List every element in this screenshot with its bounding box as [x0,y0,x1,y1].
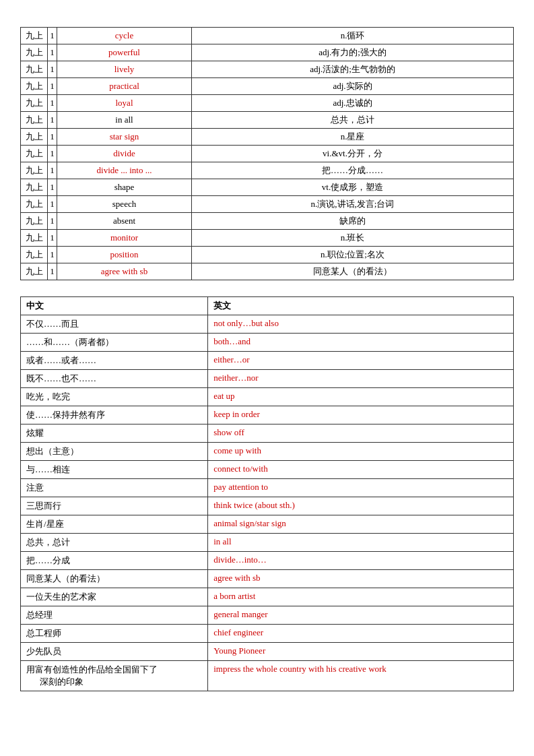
phrase-english: Young Pioneer [208,643,514,661]
english-cell: star sign [57,129,192,146]
grade-cell: 九上 [21,78,48,95]
phrase-chinese: 既不……也不…… [21,370,208,388]
phrase-chinese: 总共，总计 [21,534,208,552]
chinese-cell: 总共，总计 [192,112,514,129]
grade-cell: 九上 [21,112,48,129]
grade-cell: 九上 [21,196,48,213]
grade-cell: 九上 [21,146,48,162]
unit-cell: 1 [48,28,57,44]
grade-cell: 九上 [21,95,48,112]
unit-cell: 1 [48,78,57,95]
chinese-cell: vt.使成形，塑造 [192,179,514,196]
chinese-cell: n.演说,讲话,发言;台词 [192,196,514,213]
phrase-english: come up with [208,443,514,461]
english-cell: loyal [57,95,192,112]
english-cell: lively [57,61,192,78]
phrase-chinese: 与……相连 [21,461,208,479]
header-chinese: 中文 [21,297,208,315]
header-english: 英文 [208,297,514,315]
phrase-chinese: 同意某人（的看法） [21,570,208,588]
phrase-english: not only…but also [208,315,514,334]
grade-cell: 九上 [21,61,48,78]
phrase-chinese: 或者……或者…… [21,352,208,370]
chinese-cell: n.星座 [192,129,514,146]
unit-cell: 1 [48,179,57,196]
english-cell: position [57,247,192,263]
chinese-cell: 缺席的 [192,213,514,230]
phrase-english: in all [208,534,514,552]
phrase-chinese: 炫耀 [21,424,208,443]
chinese-cell: n.职位;位置;名次 [192,247,514,263]
phrase-english: show off [208,424,514,443]
english-cell: speech [57,196,192,213]
english-cell: powerful [57,44,192,61]
phrase-chinese: 生肖/星座 [21,515,208,534]
grade-cell: 九上 [21,230,48,247]
unit-cell: 1 [48,213,57,230]
english-cell: cycle [57,28,192,44]
unit-cell: 1 [48,247,57,263]
phrase-english: agree with sb [208,570,514,588]
grade-cell: 九上 [21,213,48,230]
phrase-chinese: ……和……（两者都） [21,334,208,352]
unit-cell: 1 [48,146,57,162]
unit-cell: 1 [48,162,57,179]
phrase-english: a born artist [208,588,514,606]
chinese-cell: adj.忠诚的 [192,95,514,112]
english-cell: agree with sb [57,263,192,280]
phrase-english: chief engineer [208,625,514,643]
grade-cell: 九上 [21,247,48,263]
chinese-cell: adj.活泼的;生气勃勃的 [192,61,514,78]
unit-cell: 1 [48,263,57,280]
english-cell: divide [57,146,192,162]
phrase-english: pay attention to [208,479,514,497]
chinese-cell: adj.有力的;强大的 [192,44,514,61]
unit-cell: 1 [48,196,57,213]
phrase-english: general manger [208,606,514,625]
phrase-english: impress the whole country with his creat… [208,661,514,691]
phrase-english: connect to/with [208,461,514,479]
chinese-cell: n.循环 [192,28,514,44]
phrase-english: think twice (about sth.) [208,497,514,515]
phrase-chinese: 注意 [21,479,208,497]
grade-cell: 九上 [21,263,48,280]
english-cell: absent [57,213,192,230]
english-cell: practical [57,78,192,95]
grade-cell: 九上 [21,28,48,44]
grade-cell: 九上 [21,44,48,61]
phrase-english: eat up [208,388,514,406]
phrase-chinese: 一位天生的艺术家 [21,588,208,606]
phrase-chinese: 不仅……而且 [21,315,208,334]
chinese-cell: 同意某人（的看法） [192,263,514,280]
english-cell: monitor [57,230,192,247]
phrase-chinese: 吃光，吃完 [21,388,208,406]
chinese-cell: n.班长 [192,230,514,247]
phrase-english: keep in order [208,406,514,424]
unit-cell: 1 [48,112,57,129]
unit-cell: 1 [48,230,57,247]
grade-cell: 九上 [21,179,48,196]
phrase-chinese: 总工程师 [21,625,208,643]
phrase-english: both…and [208,334,514,352]
phrases-table: 中文英文不仅……而且not only…but also……和……（两者都）bot… [20,296,514,691]
phrase-chinese: 三思而行 [21,497,208,515]
unit-cell: 1 [48,129,57,146]
phrase-chinese: 把……分成 [21,552,208,570]
unit-cell: 1 [48,95,57,112]
phrase-chinese: 想出（主意） [21,443,208,461]
unit-cell: 1 [48,44,57,61]
phrase-english: animal sign/star sign [208,515,514,534]
unit-cell: 1 [48,61,57,78]
chinese-cell: adj.实际的 [192,78,514,95]
english-cell: in all [57,112,192,129]
phrase-english: neither…nor [208,370,514,388]
grade-cell: 九上 [21,162,48,179]
phrase-chinese: 少先队员 [21,643,208,661]
english-cell: shape [57,179,192,196]
phrase-english: divide…into… [208,552,514,570]
phrase-chinese: 总经理 [21,606,208,625]
english-cell: divide ... into ... [57,162,192,179]
chinese-cell: 把……分成…… [192,162,514,179]
phrase-chinese: 用富有创造性的作品给全国留下了深刻的印象 [21,661,208,691]
chinese-cell: vi.&vt.分开，分 [192,146,514,162]
